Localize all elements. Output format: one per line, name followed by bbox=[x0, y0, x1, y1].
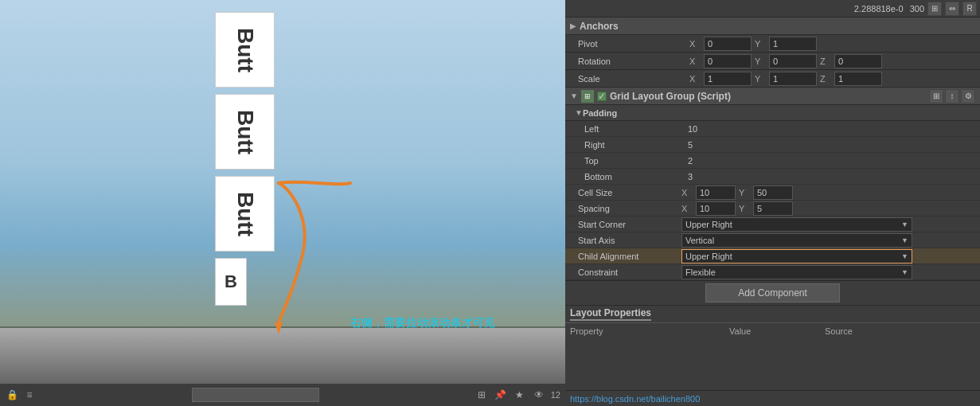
child-alignment-dropdown[interactable]: Upper Right ▼ bbox=[681, 249, 912, 264]
child-alignment-label: Child Alignment bbox=[578, 252, 681, 261]
star-icon[interactable]: ★ bbox=[513, 388, 527, 402]
spacing-x-input[interactable] bbox=[696, 201, 736, 216]
scale-values: X Y Z bbox=[689, 72, 975, 86]
scale-z-input[interactable] bbox=[834, 72, 882, 86]
cell-size-x-label: X bbox=[681, 188, 693, 197]
add-component-button[interactable]: Add Component bbox=[705, 283, 840, 303]
cell-size-y-input[interactable] bbox=[753, 185, 793, 200]
layers-icon[interactable]: ⊞ bbox=[474, 388, 489, 402]
rotation-row: Rotation X Y Z bbox=[565, 53, 980, 70]
scene-button-4: B bbox=[215, 258, 247, 306]
grid-layout-arrow: ▼ bbox=[570, 92, 578, 100]
cell-size-x-input[interactable] bbox=[696, 185, 736, 200]
constraint-dropdown[interactable]: Flexible ▼ bbox=[681, 265, 912, 279]
pivot-x-label: X bbox=[689, 39, 701, 49]
search-input[interactable] bbox=[192, 388, 319, 402]
icon-btn-grid[interactable]: ⊞ bbox=[927, 2, 942, 16]
spacing-y-input[interactable] bbox=[753, 201, 793, 216]
scale-label: Scale bbox=[578, 74, 689, 84]
inspector-top-bar: 2.288818e-0 300 ⊞ ⇔ R bbox=[565, 0, 980, 18]
rot-y-label: Y bbox=[755, 57, 766, 66]
child-alignment-arrow: ▼ bbox=[901, 252, 908, 260]
padding-bottom-row: Bottom 3 bbox=[565, 169, 980, 185]
anchors-title: Anchors bbox=[580, 21, 619, 32]
padding-arrow: ▼ bbox=[575, 108, 583, 117]
rotation-values: X Y Z bbox=[689, 54, 975, 68]
cell-size-y-label: Y bbox=[739, 188, 750, 197]
start-axis-row: Start Axis Vertical ▼ bbox=[565, 232, 980, 248]
rot-z-label: Z bbox=[820, 57, 831, 66]
scale-x-input[interactable] bbox=[704, 72, 752, 86]
add-component-row: Add Component bbox=[565, 280, 980, 306]
spacing-label: Spacing bbox=[578, 204, 681, 213]
rotation-label: Rotation bbox=[578, 57, 689, 66]
scene-floor bbox=[0, 328, 565, 384]
child-alignment-row: Child Alignment Upper Right ▼ bbox=[565, 248, 980, 264]
buttons-column: Butt Butt Butt B bbox=[215, 12, 275, 306]
padding-right-label: Right bbox=[584, 140, 688, 150]
value1: 2.288818e-0 bbox=[854, 4, 904, 14]
anchors-arrow: ▶ bbox=[570, 21, 576, 30]
layout-properties-section: Layout Properties Property Value Source bbox=[565, 306, 980, 390]
start-corner-label: Start Corner bbox=[578, 220, 681, 229]
spacing-values: X Y bbox=[681, 201, 975, 216]
layer-count: 12 bbox=[551, 390, 560, 400]
layout-props-header: Layout Properties bbox=[565, 306, 980, 323]
cell-size-values: X Y bbox=[681, 185, 975, 200]
pivot-values: X Y bbox=[689, 37, 975, 51]
constraint-row: Constraint Flexible ▼ bbox=[565, 264, 980, 280]
icon-btn-arrows[interactable]: ⇔ bbox=[945, 2, 959, 16]
padding-bottom-value: 3 bbox=[688, 172, 693, 182]
component-icon-btn2[interactable]: ↕ bbox=[945, 89, 959, 103]
text-annotation: 右侧，需要拉动滚动条才可见 bbox=[350, 316, 495, 330]
component-icon-btn3[interactable]: ⚙ bbox=[961, 89, 975, 103]
start-corner-value: Upper Right bbox=[685, 220, 732, 229]
top-values: 2.288818e-0 300 bbox=[854, 4, 924, 14]
padding-top-value: 2 bbox=[688, 156, 693, 166]
padding-top-label: Top bbox=[584, 156, 688, 166]
padding-right-row: Right 5 bbox=[565, 137, 980, 153]
scene-view: Butt Butt Butt B 右侧，需要拉动滚动条才可见 🔒 ≡ ⊞ bbox=[0, 0, 565, 406]
padding-left-label: Left bbox=[584, 124, 688, 134]
constraint-arrow: ▼ bbox=[901, 268, 908, 276]
lock-icon[interactable]: 🔒 bbox=[5, 388, 19, 402]
start-corner-dropdown[interactable]: Upper Right ▼ bbox=[681, 217, 912, 232]
value2: 300 bbox=[910, 4, 924, 14]
cell-size-label: Cell Size bbox=[578, 188, 681, 197]
scene-toolbar: 🔒 ≡ ⊞ 📌 ★ 👁 12 bbox=[0, 384, 565, 406]
icon-btn-r[interactable]: R bbox=[962, 2, 977, 16]
pivot-label: Pivot bbox=[578, 39, 689, 49]
start-axis-dropdown[interactable]: Vertical ▼ bbox=[681, 233, 912, 248]
anchors-section-header[interactable]: ▶ Anchors bbox=[565, 18, 980, 35]
scale-x-label: X bbox=[689, 74, 701, 84]
menu-icon[interactable]: ≡ bbox=[22, 388, 37, 402]
col-source: Source bbox=[825, 326, 975, 336]
constraint-label: Constraint bbox=[578, 267, 681, 277]
grid-layout-title: Grid Layout Group (Script) bbox=[610, 91, 926, 102]
grid-layout-header[interactable]: ▼ ⊞ ✓ Grid Layout Group (Script) ⊞ ↕ ⚙ bbox=[565, 88, 980, 105]
component-icon-btn1[interactable]: ⊞ bbox=[929, 89, 943, 103]
pivot-y-input[interactable] bbox=[769, 37, 817, 51]
pin-icon[interactable]: 📌 bbox=[494, 388, 508, 402]
rot-x-input[interactable] bbox=[704, 54, 752, 68]
grid-layout-checkbox[interactable]: ✓ bbox=[597, 92, 607, 101]
scale-y-input[interactable] bbox=[769, 72, 817, 86]
eye-icon[interactable]: 👁 bbox=[532, 388, 546, 402]
rot-y-input[interactable] bbox=[769, 54, 817, 68]
layout-props-title: Layout Properties bbox=[570, 307, 651, 321]
scene-toolbar-left: 🔒 ≡ bbox=[5, 388, 37, 402]
col-property: Property bbox=[570, 326, 729, 336]
scale-row: Scale X Y Z bbox=[565, 70, 980, 88]
start-axis-label: Start Axis bbox=[578, 236, 681, 245]
pivot-x-input[interactable] bbox=[704, 37, 752, 51]
padding-header[interactable]: ▼ Padding bbox=[565, 105, 980, 121]
rot-z-input[interactable] bbox=[834, 54, 882, 68]
arrow-annotation bbox=[271, 175, 446, 334]
grid-layout-icon: ⊞ bbox=[581, 90, 594, 103]
url-bar: https://blog.csdn.net/bailichen800 bbox=[565, 390, 980, 406]
scene-toolbar-right: ⊞ 📌 ★ 👁 12 bbox=[474, 388, 560, 402]
padding-left-value: 10 bbox=[688, 124, 697, 134]
constraint-value: Flexible bbox=[685, 267, 716, 277]
cell-size-row: Cell Size X Y bbox=[565, 185, 980, 201]
scale-z-label: Z bbox=[820, 74, 831, 84]
